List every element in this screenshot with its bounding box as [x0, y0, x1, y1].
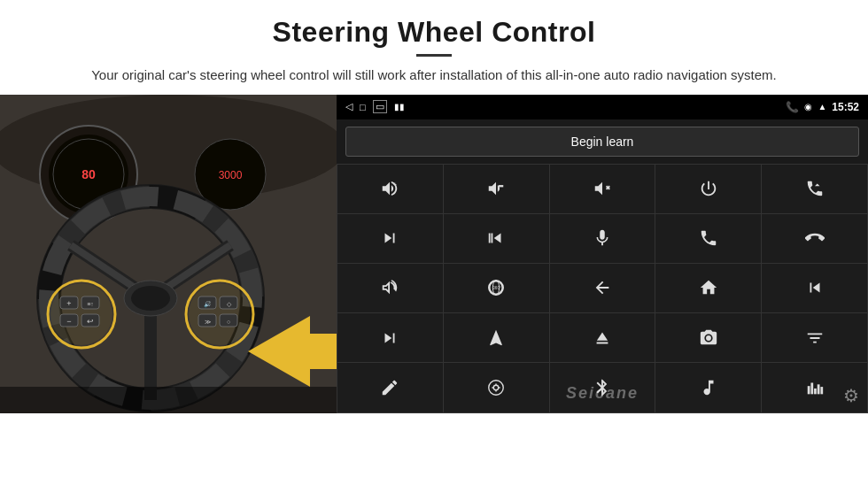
wifi-status-icon: ▲ — [818, 102, 826, 112]
subtitle-text: Your original car's steering wheel contr… — [71, 65, 797, 86]
back-button[interactable] — [550, 264, 655, 312]
answer-call-button[interactable] — [655, 214, 761, 263]
svg-text:≫: ≫ — [205, 319, 211, 325]
phone-status-icon: 📞 — [786, 101, 799, 113]
svg-text:3000: 3000 — [219, 169, 243, 181]
microphone-button[interactable] — [550, 214, 655, 263]
skip-forward-button[interactable] — [337, 313, 443, 362]
steering-image: 80 3000 — [0, 95, 337, 413]
page-wrapper: Steering Wheel Control Your original car… — [0, 0, 868, 485]
settings-gear-icon[interactable]: ⚙ — [843, 385, 859, 406]
status-left: ◁ □ ▭ ▮▮ — [345, 100, 405, 113]
camera-button[interactable] — [655, 313, 761, 362]
svg-rect-57 — [820, 387, 823, 394]
vol-up-button[interactable]: + — [337, 165, 443, 213]
sd-icon: ▮▮ — [394, 102, 405, 112]
status-bar: ◁ □ ▭ ▮▮ 📞 ◉ ▲ 15:52 — [337, 95, 868, 119]
svg-point-51 — [489, 381, 504, 396]
svg-point-52 — [493, 385, 499, 390]
hang-up-button[interactable] — [762, 214, 867, 263]
content-section: 80 3000 — [0, 95, 868, 486]
svg-text:🔊: 🔊 — [204, 300, 212, 308]
back-nav-icon[interactable]: ◁ — [345, 101, 353, 112]
360-camera-button[interactable]: 360° — [444, 264, 549, 312]
android-panel: ◁ □ ▭ ▮▮ 📞 ◉ ▲ 15:52 Begin learn — [337, 95, 868, 413]
phone-prev-button[interactable] — [762, 165, 867, 213]
music-button[interactable] — [655, 363, 761, 412]
pen-button[interactable] — [337, 363, 443, 412]
svg-rect-40 — [0, 387, 337, 413]
skip-back-button[interactable] — [762, 264, 867, 312]
location-status-icon: ◉ — [804, 102, 812, 112]
next-track-button[interactable] — [337, 214, 443, 263]
begin-learn-row: Begin learn — [337, 119, 868, 164]
svg-point-20 — [50, 283, 112, 345]
svg-rect-54 — [810, 382, 813, 394]
svg-rect-55 — [814, 389, 817, 394]
controls-grid: + — [337, 164, 868, 413]
svg-text:≡↑: ≡↑ — [87, 301, 94, 307]
svg-point-30 — [189, 283, 251, 345]
svg-text:+: + — [66, 299, 71, 308]
svg-point-50 — [706, 335, 711, 341]
home-nav-icon[interactable]: □ — [360, 102, 366, 112]
time-display: 15:52 — [832, 101, 859, 113]
svg-rect-56 — [817, 384, 819, 394]
svg-text:↩: ↩ — [87, 317, 94, 326]
svg-rect-53 — [807, 386, 810, 394]
eject-button[interactable] — [550, 313, 655, 362]
header-section: Steering Wheel Control Your original car… — [0, 0, 868, 95]
svg-text:−: − — [66, 317, 71, 326]
prev-track-button[interactable] — [444, 214, 549, 263]
status-right: 📞 ◉ ▲ 15:52 — [786, 101, 859, 113]
power-button[interactable] — [655, 165, 761, 213]
home-button[interactable] — [655, 264, 761, 312]
title-divider — [416, 54, 452, 57]
svg-text:+: + — [393, 181, 397, 189]
svg-point-18 — [131, 286, 170, 311]
bluetooth-button[interactable] — [550, 363, 655, 412]
settings-circle-button[interactable] — [444, 363, 549, 412]
svg-text:○: ○ — [227, 319, 230, 325]
svg-text:80: 80 — [81, 167, 96, 181]
vol-down-button[interactable] — [444, 165, 549, 213]
recents-nav-icon[interactable]: ▭ — [373, 100, 387, 113]
equalizer-button[interactable] — [762, 313, 867, 362]
svg-text:360°: 360° — [493, 286, 502, 290]
horn-button[interactable] — [337, 264, 443, 312]
navigation-button[interactable] — [444, 313, 549, 362]
mute-button[interactable] — [550, 165, 655, 213]
page-title: Steering Wheel Control — [53, 16, 815, 49]
begin-learn-button[interactable]: Begin learn — [345, 127, 859, 157]
